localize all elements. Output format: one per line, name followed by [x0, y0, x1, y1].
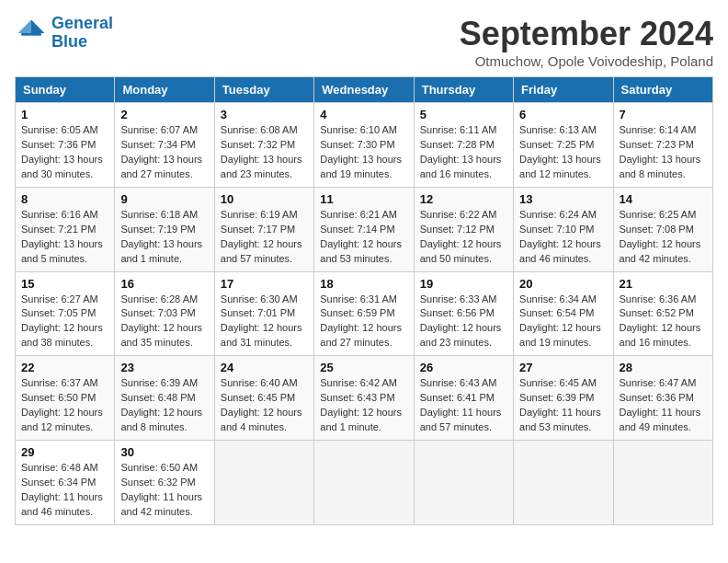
day-info: Sunrise: 6:28 AMSunset: 7:03 PMDaylight:…	[120, 293, 208, 351]
calendar-cell: 27Sunrise: 6:45 AMSunset: 6:39 PMDayligh…	[514, 356, 613, 441]
logo-text: General Blue	[51, 15, 113, 52]
page-header: General Blue September 2024 Otmuchow, Op…	[15, 15, 713, 69]
calendar-cell: 14Sunrise: 6:25 AMSunset: 7:08 PMDayligh…	[613, 187, 712, 271]
weekday-header: Tuesday	[214, 77, 313, 103]
day-info: Sunrise: 6:42 AMSunset: 6:43 PMDaylight:…	[320, 376, 407, 435]
day-number: 6	[519, 108, 607, 121]
calendar-cell: 13Sunrise: 6:24 AMSunset: 7:10 PMDayligh…	[514, 187, 613, 271]
day-number: 2	[120, 108, 208, 121]
day-info: Sunrise: 6:27 AMSunset: 7:05 PMDaylight:…	[21, 293, 108, 351]
day-number: 16	[120, 277, 208, 291]
day-number: 10	[221, 192, 308, 206]
calendar-cell: 4Sunrise: 6:10 AMSunset: 7:30 PMDaylight…	[314, 103, 414, 188]
day-info: Sunrise: 6:48 AMSunset: 6:34 PMDaylight:…	[21, 461, 108, 520]
day-info: Sunrise: 6:18 AMSunset: 7:19 PMDaylight:…	[120, 208, 208, 267]
calendar-cell: 21Sunrise: 6:36 AMSunset: 6:52 PMDayligh…	[613, 271, 712, 356]
day-info: Sunrise: 6:50 AMSunset: 6:32 PMDaylight:…	[120, 461, 208, 520]
day-info: Sunrise: 6:37 AMSunset: 6:50 PMDaylight:…	[21, 376, 108, 435]
calendar-week-row: 1Sunrise: 6:05 AMSunset: 7:36 PMDaylight…	[16, 103, 713, 188]
day-info: Sunrise: 6:24 AMSunset: 7:10 PMDaylight:…	[519, 208, 607, 267]
day-number: 30	[120, 445, 208, 459]
calendar-cell	[514, 441, 613, 525]
day-number: 7	[620, 108, 707, 121]
logo: General Blue	[15, 15, 113, 52]
logo-line2: Blue	[51, 32, 87, 51]
day-number: 27	[519, 361, 607, 374]
calendar-cell: 10Sunrise: 6:19 AMSunset: 7:17 PMDayligh…	[214, 187, 313, 271]
day-info: Sunrise: 6:25 AMSunset: 7:08 PMDaylight:…	[620, 208, 707, 267]
day-number: 5	[420, 108, 507, 121]
day-number: 25	[320, 361, 407, 374]
title-area: September 2024 Otmuchow, Opole Voivodesh…	[460, 15, 713, 69]
calendar-cell	[214, 441, 313, 525]
calendar-week-row: 29Sunrise: 6:48 AMSunset: 6:34 PMDayligh…	[16, 441, 713, 525]
day-number: 29	[21, 445, 108, 459]
day-number: 28	[620, 361, 707, 374]
day-info: Sunrise: 6:11 AMSunset: 7:28 PMDaylight:…	[420, 123, 507, 182]
calendar-cell: 30Sunrise: 6:50 AMSunset: 6:32 PMDayligh…	[115, 441, 214, 525]
day-number: 11	[320, 192, 407, 206]
day-info: Sunrise: 6:16 AMSunset: 7:21 PMDaylight:…	[21, 208, 108, 267]
day-info: Sunrise: 6:34 AMSunset: 6:54 PMDaylight:…	[519, 293, 607, 351]
calendar-cell	[613, 441, 712, 525]
day-number: 21	[620, 277, 707, 291]
calendar-cell: 11Sunrise: 6:21 AMSunset: 7:14 PMDayligh…	[314, 187, 414, 271]
day-number: 12	[420, 192, 507, 206]
calendar-cell: 25Sunrise: 6:42 AMSunset: 6:43 PMDayligh…	[314, 356, 414, 441]
weekday-header: Friday	[514, 77, 613, 103]
day-number: 18	[320, 277, 407, 291]
day-info: Sunrise: 6:36 AMSunset: 6:52 PMDaylight:…	[620, 293, 707, 351]
calendar-cell: 17Sunrise: 6:30 AMSunset: 7:01 PMDayligh…	[214, 271, 313, 356]
calendar-cell: 2Sunrise: 6:07 AMSunset: 7:34 PMDaylight…	[115, 103, 214, 188]
day-info: Sunrise: 6:45 AMSunset: 6:39 PMDaylight:…	[519, 376, 607, 435]
calendar-cell: 7Sunrise: 6:14 AMSunset: 7:23 PMDaylight…	[613, 103, 712, 188]
calendar-cell: 3Sunrise: 6:08 AMSunset: 7:32 PMDaylight…	[214, 103, 313, 188]
day-number: 19	[420, 277, 507, 291]
calendar-cell: 18Sunrise: 6:31 AMSunset: 6:59 PMDayligh…	[314, 271, 414, 356]
day-info: Sunrise: 6:19 AMSunset: 7:17 PMDaylight:…	[221, 208, 308, 267]
calendar-cell: 5Sunrise: 6:11 AMSunset: 7:28 PMDaylight…	[414, 103, 513, 188]
weekday-header: Wednesday	[314, 77, 414, 103]
calendar-cell: 19Sunrise: 6:33 AMSunset: 6:56 PMDayligh…	[414, 271, 513, 356]
calendar-cell: 15Sunrise: 6:27 AMSunset: 7:05 PMDayligh…	[16, 271, 115, 356]
day-info: Sunrise: 6:40 AMSunset: 6:45 PMDaylight:…	[221, 376, 308, 435]
calendar-cell: 9Sunrise: 6:18 AMSunset: 7:19 PMDaylight…	[115, 187, 214, 271]
day-number: 9	[120, 192, 208, 206]
logo-icon	[15, 17, 48, 50]
day-info: Sunrise: 6:47 AMSunset: 6:36 PMDaylight:…	[620, 376, 707, 435]
weekday-header: Saturday	[613, 77, 712, 103]
day-info: Sunrise: 6:43 AMSunset: 6:41 PMDaylight:…	[420, 376, 507, 435]
day-info: Sunrise: 6:10 AMSunset: 7:30 PMDaylight:…	[320, 123, 407, 182]
month-title: September 2024	[460, 15, 713, 53]
day-info: Sunrise: 6:21 AMSunset: 7:14 PMDaylight:…	[320, 208, 407, 267]
calendar-cell: 24Sunrise: 6:40 AMSunset: 6:45 PMDayligh…	[214, 356, 313, 441]
calendar-cell	[414, 441, 513, 525]
day-number: 1	[21, 108, 108, 121]
calendar-header-row: SundayMondayTuesdayWednesdayThursdayFrid…	[16, 77, 713, 103]
day-number: 3	[221, 108, 308, 121]
day-number: 24	[221, 361, 308, 374]
calendar-cell: 28Sunrise: 6:47 AMSunset: 6:36 PMDayligh…	[613, 356, 712, 441]
calendar-cell: 1Sunrise: 6:05 AMSunset: 7:36 PMDaylight…	[16, 103, 115, 188]
day-number: 20	[519, 277, 607, 291]
day-info: Sunrise: 6:22 AMSunset: 7:12 PMDaylight:…	[420, 208, 507, 267]
logo-line1: General	[51, 14, 113, 32]
calendar-cell: 29Sunrise: 6:48 AMSunset: 6:34 PMDayligh…	[16, 441, 115, 525]
calendar-week-row: 15Sunrise: 6:27 AMSunset: 7:05 PMDayligh…	[16, 271, 713, 356]
day-number: 13	[519, 192, 607, 206]
day-info: Sunrise: 6:31 AMSunset: 6:59 PMDaylight:…	[320, 293, 407, 351]
day-info: Sunrise: 6:13 AMSunset: 7:25 PMDaylight:…	[519, 123, 607, 182]
day-number: 8	[21, 192, 108, 206]
calendar-cell	[314, 441, 414, 525]
day-number: 26	[420, 361, 507, 374]
calendar-cell: 22Sunrise: 6:37 AMSunset: 6:50 PMDayligh…	[16, 356, 115, 441]
calendar-week-row: 22Sunrise: 6:37 AMSunset: 6:50 PMDayligh…	[16, 356, 713, 441]
day-info: Sunrise: 6:30 AMSunset: 7:01 PMDaylight:…	[221, 293, 308, 351]
day-info: Sunrise: 6:39 AMSunset: 6:48 PMDaylight:…	[120, 376, 208, 435]
day-info: Sunrise: 6:07 AMSunset: 7:34 PMDaylight:…	[120, 123, 208, 182]
day-info: Sunrise: 6:14 AMSunset: 7:23 PMDaylight:…	[620, 123, 707, 182]
calendar-cell: 26Sunrise: 6:43 AMSunset: 6:41 PMDayligh…	[414, 356, 513, 441]
svg-marker-1	[18, 19, 31, 32]
weekday-header: Thursday	[414, 77, 513, 103]
calendar-cell: 12Sunrise: 6:22 AMSunset: 7:12 PMDayligh…	[414, 187, 513, 271]
